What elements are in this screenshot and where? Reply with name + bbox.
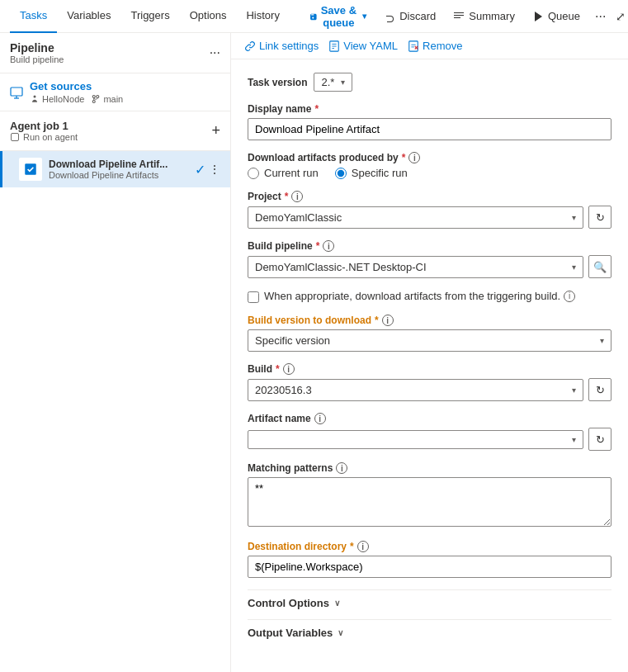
download-artifacts-info-icon[interactable]: i: [408, 152, 420, 163]
queue-button[interactable]: Queue: [525, 5, 587, 28]
tab-history[interactable]: History: [236, 0, 289, 33]
top-nav: Tasks Variables Triggers Options History…: [0, 0, 628, 33]
task-version-select[interactable]: 2.* ▾: [314, 73, 352, 92]
destination-dir-group: Destination directory * i: [248, 541, 611, 578]
discard-label: Discard: [399, 10, 436, 22]
nav-tabs: Tasks Variables Triggers Options History: [10, 0, 290, 33]
artifact-name-chevron-icon: ▾: [572, 435, 576, 444]
matching-patterns-group: Matching patterns i **: [248, 462, 611, 529]
build-info-icon[interactable]: i: [283, 363, 295, 375]
tab-options[interactable]: Options: [180, 0, 237, 33]
queue-label: Queue: [548, 10, 580, 22]
artifact-name-refresh-button[interactable]: ↻: [588, 428, 611, 451]
control-options-section[interactable]: Control Options ∨: [248, 589, 611, 616]
build-version-info-icon[interactable]: i: [382, 315, 394, 326]
tab-tasks[interactable]: Tasks: [10, 0, 57, 33]
build-pipeline-required: *: [316, 240, 320, 252]
link-icon: [244, 40, 256, 52]
artifact-name-select[interactable]: ▾: [248, 430, 583, 449]
artifact-name-group: Artifact name i ▾ ↻: [248, 413, 611, 451]
repo-icon: [30, 94, 40, 104]
discard-button[interactable]: Discard: [376, 5, 442, 28]
task-version-row: Task version 2.* ▾: [248, 73, 611, 92]
svg-point-8: [93, 96, 96, 98]
radio-specific-run-input[interactable]: [335, 168, 347, 179]
output-variables-chevron-icon: ∨: [338, 628, 343, 637]
more-actions-button[interactable]: ···: [590, 6, 611, 27]
tab-triggers[interactable]: Triggers: [120, 0, 179, 33]
save-dropdown-arrow[interactable]: ▾: [362, 12, 366, 21]
build-pipeline-chevron-icon: ▾: [572, 263, 576, 272]
display-name-group: Display name *: [248, 103, 611, 140]
build-pipeline-info-icon[interactable]: i: [323, 240, 334, 252]
build-group: Build * i 20230516.3 ▾ ↻: [248, 363, 611, 401]
control-options-chevron-icon: ∨: [334, 599, 340, 608]
matching-patterns-input[interactable]: **: [248, 477, 611, 527]
summary-button[interactable]: Summary: [446, 5, 522, 28]
build-version-label: Build version to download: [248, 315, 371, 326]
build-label: Build: [248, 363, 272, 375]
svg-rect-17: [409, 40, 418, 50]
matching-patterns-info-icon[interactable]: i: [336, 462, 347, 474]
content-header: Link settings View YAML: [231, 33, 628, 59]
remove-button[interactable]: Remove: [408, 40, 462, 52]
task-more-button[interactable]: ⋮: [209, 163, 220, 176]
remove-icon: [408, 40, 419, 52]
matching-patterns-label: Matching patterns: [248, 462, 333, 474]
svg-point-7: [34, 96, 36, 98]
build-pipeline-search-button[interactable]: 🔍: [588, 255, 611, 278]
view-yaml-button[interactable]: View YAML: [328, 40, 398, 52]
task-item[interactable]: Download Pipeline Artif... Download Pipe…: [0, 151, 230, 187]
destination-dir-info-icon[interactable]: i: [357, 541, 369, 552]
agent-icon: [10, 132, 20, 142]
download-artifacts-required: *: [402, 152, 406, 163]
view-yaml-label: View YAML: [343, 40, 398, 52]
radio-specific-run[interactable]: Specific run: [335, 167, 408, 179]
project-required: *: [285, 191, 289, 202]
add-task-button[interactable]: +: [211, 122, 220, 140]
undo-icon: [383, 10, 396, 23]
get-sources-item[interactable]: Get sources HelloNode main: [0, 73, 230, 111]
project-refresh-button[interactable]: ↻: [588, 206, 611, 229]
link-settings-button[interactable]: Link settings: [244, 40, 319, 52]
project-group: Project * i DemoYamlClassic ▾ ↻: [248, 191, 611, 229]
triggering-build-row: When appropriate, download artifacts fro…: [248, 290, 611, 303]
radio-group: Current run Specific run: [248, 167, 611, 179]
build-value: 20230516.3: [255, 384, 312, 396]
output-variables-label: Output Variables: [248, 627, 333, 639]
save-queue-button[interactable]: Save & queue ▾: [303, 5, 373, 28]
agent-job-subtitle: Run on agent: [10, 132, 78, 142]
build-pipeline-value: DemoYamlClassic-.NET Desktop-CI: [255, 261, 427, 273]
build-version-select[interactable]: Specific version ▾: [248, 329, 611, 352]
link-settings-label: Link settings: [259, 40, 319, 52]
save-queue-label: Save & queue: [320, 4, 358, 29]
build-pipeline-select[interactable]: DemoYamlClassic-.NET Desktop-CI ▾: [248, 256, 583, 278]
task-item-icon: [19, 158, 42, 181]
tab-variables[interactable]: Variables: [57, 0, 120, 33]
control-options-label: Control Options: [248, 597, 329, 609]
project-select[interactable]: DemoYamlClassic ▾: [248, 206, 583, 229]
version-chevron-icon: ▾: [341, 78, 345, 87]
destination-dir-input[interactable]: [248, 556, 611, 578]
build-refresh-button[interactable]: ↻: [588, 378, 611, 401]
expand-button[interactable]: ⤢: [611, 7, 628, 26]
project-info-icon[interactable]: i: [291, 191, 303, 202]
radio-current-run[interactable]: Current run: [248, 167, 319, 179]
pipeline-more-button[interactable]: ···: [210, 45, 220, 60]
task-item-subtitle: Download Pipeline Artifacts: [49, 170, 188, 180]
radio-current-run-input[interactable]: [248, 168, 259, 179]
top-actions: Save & queue ▾ Discard Summary Queue ···: [303, 5, 611, 28]
triggering-build-info-icon[interactable]: i: [564, 291, 575, 302]
build-required: *: [276, 363, 280, 375]
svg-rect-11: [12, 134, 19, 141]
get-sources-icon: [10, 86, 23, 99]
svg-rect-0: [454, 12, 464, 13]
display-name-input[interactable]: [248, 118, 611, 140]
build-select[interactable]: 20230516.3 ▾: [248, 379, 583, 401]
agent-job-title: Agent job 1: [10, 120, 78, 132]
task-check-icon: ✓: [195, 162, 205, 177]
agent-job-row: Agent job 1 Run on agent +: [0, 111, 230, 151]
triggering-build-checkbox[interactable]: [248, 291, 259, 303]
artifact-name-info-icon[interactable]: i: [314, 413, 326, 424]
output-variables-section[interactable]: Output Variables ∨: [248, 619, 611, 646]
